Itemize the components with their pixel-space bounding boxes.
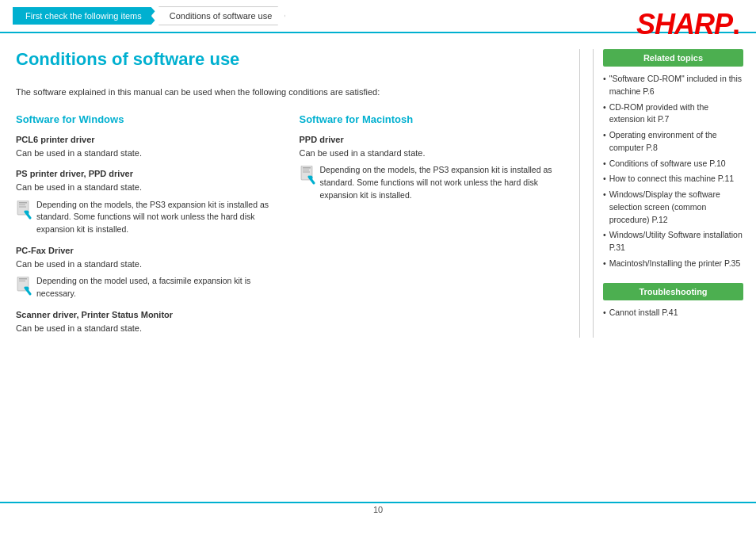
sidebar-item-8[interactable]: Macintosh/Installing the printer P.35 bbox=[603, 258, 743, 270]
ppd-block: PPD driver Can be used in a standard sta… bbox=[300, 135, 559, 202]
sidebar-item-7[interactable]: Windows/Utility Software installation P.… bbox=[603, 229, 743, 254]
sidebar-item-5[interactable]: How to connect this machine P.11 bbox=[603, 173, 743, 185]
svg-rect-10 bbox=[303, 167, 311, 169]
page-title: Conditions of software use bbox=[16, 49, 559, 70]
svg-point-4 bbox=[25, 210, 29, 214]
windows-heading: Software for Windows bbox=[16, 113, 276, 125]
content-wrapper: Conditions of software use The software … bbox=[0, 33, 756, 353]
pcl6-desc: Can be used in a standard state. bbox=[16, 147, 276, 160]
svg-rect-7 bbox=[19, 281, 25, 281]
fax-title: PC-Fax Driver bbox=[16, 246, 276, 255]
mac-heading: Software for Macintosh bbox=[300, 113, 559, 125]
sidebar-item-4[interactable]: Conditions of software use P.10 bbox=[603, 158, 743, 170]
scanner-block: Scanner driver, Printer Status Monitor C… bbox=[16, 310, 276, 335]
ps-block: PS printer driver, PPD driver Can be use… bbox=[16, 169, 276, 236]
ps-title: PS printer driver, PPD driver bbox=[16, 169, 276, 178]
svg-rect-6 bbox=[19, 278, 27, 280]
svg-point-13 bbox=[308, 176, 312, 180]
mac-section: Software for Macintosh PPD driver Can be… bbox=[300, 113, 559, 338]
nav-step2[interactable]: Conditions of software use bbox=[151, 6, 286, 25]
note-icon-fax bbox=[16, 277, 32, 296]
fax-block: PC-Fax Driver Can be used in a standard … bbox=[16, 246, 276, 300]
fax-note-block: Depending on the model used, a facsimile… bbox=[16, 275, 276, 300]
sidebar-item-6[interactable]: Windows/Display the software selection s… bbox=[603, 189, 743, 226]
ps-desc: Can be used in a standard state. bbox=[16, 181, 276, 194]
main-content: Conditions of software use The software … bbox=[16, 49, 567, 338]
ps-note-text: Depending on the models, the PS3 expansi… bbox=[36, 199, 276, 236]
ppd-note-text: Depending on the models, the PS3 expansi… bbox=[320, 164, 559, 201]
logo-dot: . bbox=[732, 8, 740, 40]
fax-desc: Can be used in a standard state. bbox=[16, 258, 276, 271]
fax-note-text: Depending on the model used, a facsimile… bbox=[36, 275, 276, 300]
svg-rect-1 bbox=[19, 202, 27, 204]
sidebar-item-2[interactable]: CD-ROM provided with the extension kit P… bbox=[603, 101, 743, 127]
sidebar-item-1[interactable]: "Software CD-ROM" included in this machi… bbox=[603, 73, 743, 98]
related-topics-list: "Software CD-ROM" included in this machi… bbox=[603, 73, 743, 270]
svg-rect-2 bbox=[19, 204, 25, 205]
svg-rect-12 bbox=[303, 172, 310, 173]
ppd-note-block: Depending on the models, the PS3 expansi… bbox=[300, 164, 559, 201]
pcl6-title: PCL6 printer driver bbox=[16, 135, 276, 144]
windows-section: Software for Windows PCL6 printer driver… bbox=[16, 113, 276, 338]
svg-rect-11 bbox=[303, 170, 309, 170]
vertical-separator bbox=[579, 49, 580, 338]
svg-rect-3 bbox=[19, 206, 26, 207]
logo-text: SHARP bbox=[636, 8, 732, 40]
ps-note-block: Depending on the models, the PS3 expansi… bbox=[16, 199, 276, 236]
sidebar: Related topics "Software CD-ROM" include… bbox=[593, 49, 743, 338]
sidebar-item-3[interactable]: Operating environment of the computer P.… bbox=[603, 129, 743, 155]
nav-step1[interactable]: First check the following items bbox=[13, 7, 159, 25]
page-number: 10 bbox=[0, 499, 756, 521]
sharp-logo: SHARP. bbox=[636, 8, 740, 41]
intro-text: The software explained in this manual ca… bbox=[16, 86, 559, 99]
note-icon-ps bbox=[16, 201, 32, 220]
pcl6-block: PCL6 printer driver Can be used in a sta… bbox=[16, 135, 276, 160]
scanner-desc: Can be used in a standard state. bbox=[16, 322, 276, 335]
troubleshooting-header: Troubleshooting bbox=[603, 283, 743, 300]
ppd-desc: Can be used in a standard state. bbox=[300, 147, 559, 160]
ppd-title: PPD driver bbox=[300, 135, 559, 144]
troubleshooting-list: Cannot install P.41 bbox=[603, 307, 743, 319]
related-topics-header: Related topics bbox=[603, 49, 743, 67]
note-icon-ppd bbox=[300, 166, 315, 185]
two-column-layout: Software for Windows PCL6 printer driver… bbox=[16, 113, 559, 338]
scanner-title: Scanner driver, Printer Status Monitor bbox=[16, 310, 276, 319]
troubleshooting-item-1[interactable]: Cannot install P.41 bbox=[603, 307, 743, 319]
svg-point-8 bbox=[25, 287, 29, 291]
